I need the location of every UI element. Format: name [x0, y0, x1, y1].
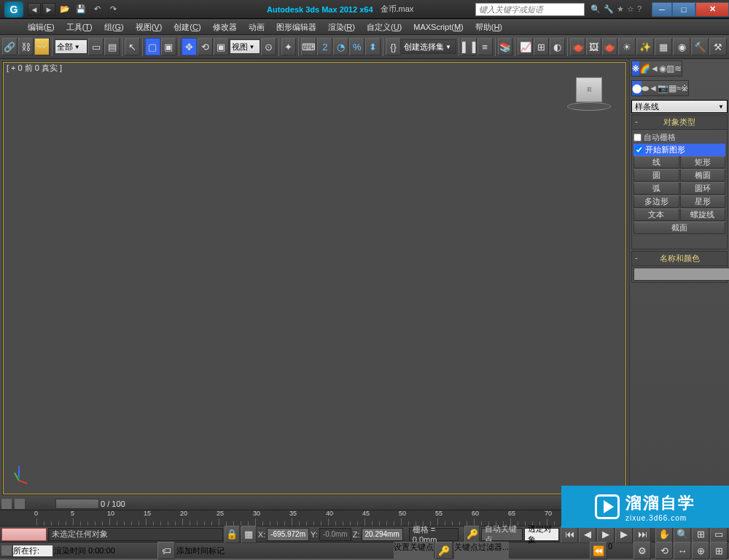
tab-modify[interactable]: 🌈 [639, 61, 650, 76]
qat-save[interactable]: 💾 [74, 3, 87, 16]
cat-shapes[interactable]: ⬬ [642, 81, 649, 96]
tab-display[interactable]: ▥ [666, 61, 674, 76]
cat-spacewarps[interactable]: ≈ [677, 81, 682, 96]
tool-spinner-snap[interactable]: ⬍ [365, 38, 381, 55]
menu-views[interactable]: 视图(V) [130, 19, 168, 35]
tool-link[interactable]: 🔗 [2, 38, 17, 55]
tool-snap-percent[interactable]: % [349, 38, 364, 55]
tool-select-rotate[interactable]: ⟲ [198, 38, 213, 55]
tool-bind-spacewarp[interactable]: 〰 [34, 38, 50, 55]
menu-rendering[interactable]: 渲染(R) [322, 19, 361, 35]
qat-undo[interactable]: ↶ [90, 3, 104, 16]
graphite-tab3[interactable]: ▦ [655, 38, 672, 55]
object-name-input[interactable] [634, 268, 729, 281]
shape-btn-星形[interactable]: 星形 [680, 195, 726, 208]
tool-layers[interactable]: 📚 [498, 38, 513, 55]
add-time-tag[interactable]: 添加时间标记 [176, 545, 257, 556]
tool-unlink[interactable]: ⛓ [18, 38, 34, 55]
play-animation[interactable]: ▶ [597, 526, 615, 543]
menu-edit[interactable]: 编辑(E) [22, 19, 61, 35]
cat-cameras[interactable]: 📷 [658, 81, 668, 96]
infocenter-help-icon[interactable]: ? [637, 4, 642, 14]
shape-btn-文本[interactable]: 文本 [634, 209, 679, 221]
time-config[interactable]: ⚙ [634, 542, 651, 559]
menu-modifiers[interactable]: 修改器 [207, 19, 243, 35]
nav-dolly[interactable]: ↔ [674, 542, 691, 559]
graphite-tab4[interactable]: ◉ [673, 38, 690, 55]
nav-pan[interactable]: ✋ [655, 526, 673, 543]
tab-utilities[interactable]: ≋ [674, 61, 682, 76]
nav-fov[interactable]: ▭ [710, 526, 728, 543]
shape-btn-螺旋线[interactable]: 螺旋线 [680, 209, 726, 221]
tool-select-move[interactable]: ✥ [182, 38, 197, 55]
tool-select-scale[interactable]: ▣ [214, 38, 229, 55]
tool-render[interactable]: 🫖 [602, 38, 617, 55]
tool-select-name[interactable]: ▤ [104, 38, 120, 55]
tool-keyboard-shortcut[interactable]: ⌨ [301, 38, 316, 55]
graphite-tab2[interactable]: ✨ [636, 38, 654, 55]
tool-select-region[interactable]: ▢ [145, 38, 160, 55]
tool-select-arrow[interactable]: ↖ [125, 38, 140, 55]
cat-lights[interactable]: ◄ [649, 81, 658, 96]
track-toggle2[interactable] [15, 499, 25, 509]
cat-geometry[interactable]: ⬤ [632, 81, 642, 96]
time-slider[interactable] [55, 499, 99, 509]
coord-x[interactable]: -695.972m [267, 528, 309, 541]
tool-manipulate[interactable]: ✦ [281, 38, 297, 55]
play-prev-key[interactable]: ⏮ [561, 526, 578, 543]
shape-btn-圆环[interactable]: 圆环 [680, 182, 726, 195]
nav-maximize[interactable]: ⊞ [710, 542, 728, 559]
shape-btn-圆[interactable]: 圆 [634, 169, 679, 182]
nav-zoom[interactable]: 🔍 [674, 526, 691, 543]
rollout-name-header[interactable]: 名称和颜色 [632, 252, 727, 266]
rollout-objtype-header[interactable]: 对象类型 [632, 115, 727, 130]
coord-y[interactable]: -0.0mm [319, 528, 351, 541]
shape-btn-矩形[interactable]: 矩形 [680, 156, 726, 168]
help-search[interactable] [475, 3, 585, 16]
nav-roll[interactable]: ⊕ [692, 542, 709, 559]
menu-customize[interactable]: 自定义(U) [361, 19, 408, 35]
tool-material-editor[interactable]: ◐ [550, 38, 565, 55]
nav-back[interactable]: ◄ [28, 3, 41, 16]
mini-listener-toggle[interactable] [1, 545, 12, 556]
selection-lock-combo[interactable]: 透定对象 [524, 528, 559, 541]
key-filters-button[interactable]: 关键点过滤器... [454, 542, 509, 559]
graphite-tab1[interactable]: ☀ [618, 38, 636, 55]
key-mode-icon[interactable]: 🔑 [464, 526, 480, 543]
prompt-color[interactable] [1, 528, 47, 541]
key-filters-icon[interactable]: 🔑 [435, 542, 453, 559]
infocenter-star-icon[interactable]: ★ [617, 4, 624, 14]
graphite-tab5[interactable]: 🔨 [691, 38, 709, 55]
chk-startnewshape[interactable] [635, 146, 643, 154]
chk-autogrid[interactable] [634, 133, 642, 141]
shape-btn-多边形[interactable]: 多边形 [634, 195, 679, 208]
window-close[interactable]: ✕ [695, 2, 729, 17]
play-next-frame[interactable]: ▶ [615, 526, 633, 543]
qat-open[interactable]: 📂 [58, 3, 71, 16]
auto-key-button[interactable]: 自动关键点 [481, 528, 523, 541]
play-prev-frame[interactable]: ◀ [579, 526, 596, 543]
cat-systems[interactable]: ※ [681, 81, 688, 96]
tab-create[interactable]: ❋ [632, 61, 639, 76]
shape-btn-椭圆[interactable]: 椭圆 [680, 169, 726, 182]
tool-render-frame[interactable]: 🖼 [586, 38, 601, 55]
time-tag-icon[interactable]: 🏷 [157, 542, 175, 559]
ref-coord-system[interactable]: 视图▼ [230, 39, 260, 54]
tool-render-setup[interactable]: 🫖 [570, 38, 585, 55]
infocenter-key-icon[interactable]: 🔧 [604, 4, 614, 14]
coord-z[interactable]: 20.294mm [362, 528, 403, 541]
lock-selection[interactable]: 🔒 [225, 526, 240, 543]
menu-maxscript[interactable]: MAXScript(M) [408, 19, 469, 35]
menu-create[interactable]: 创建(C) [168, 19, 206, 35]
play-next-key[interactable]: ⏭ [634, 526, 651, 543]
viewport-front[interactable]: [ + 0 前 0 真实 ] 前 [3, 62, 626, 494]
menu-grapheditors[interactable]: 图形编辑器 [270, 19, 322, 35]
menu-group[interactable]: 组(G) [98, 19, 130, 35]
cat-helpers[interactable]: ▦ [668, 81, 677, 96]
abs-rel-toggle[interactable]: ▦ [241, 526, 257, 543]
nav-orbit[interactable]: ⟲ [655, 542, 673, 559]
tool-align[interactable]: ≡ [477, 38, 493, 55]
track-toggle[interactable] [1, 499, 12, 509]
tool-curve-editor[interactable]: 📈 [518, 38, 533, 55]
graphite-tab6[interactable]: ⚒ [709, 38, 727, 55]
